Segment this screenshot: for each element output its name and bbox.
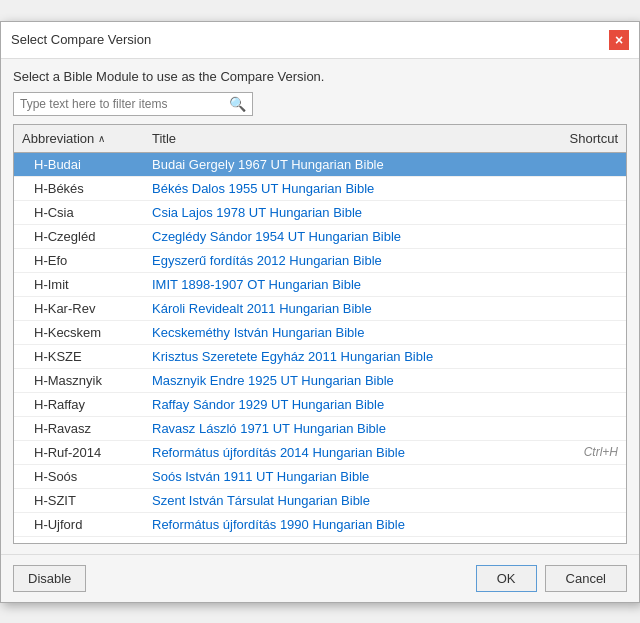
cell-title: Szent István Társulat Hungarian Bible bbox=[144, 489, 546, 512]
cell-abbr: H-Ravasz bbox=[14, 417, 144, 440]
disable-button[interactable]: Disable bbox=[13, 565, 86, 592]
table-body: H-BudaiBudai Gergely 1967 UT Hungarian B… bbox=[14, 153, 626, 543]
cell-shortcut bbox=[546, 472, 626, 480]
cell-shortcut: Ctrl+H bbox=[546, 441, 626, 463]
cell-abbr: H-SZIT bbox=[14, 489, 144, 512]
table-header: Abbreviation ∧ Title Shortcut bbox=[14, 125, 626, 153]
cell-title: Református újfordítás 2014 Hungarian Bib… bbox=[144, 441, 546, 464]
cell-title: Budai Gergely 1967 UT Hungarian Bible bbox=[144, 153, 546, 176]
cell-shortcut bbox=[546, 424, 626, 432]
cancel-button[interactable]: Cancel bbox=[545, 565, 627, 592]
table-row[interactable]: H-RavaszRavasz László 1971 UT Hungarian … bbox=[14, 417, 626, 441]
cell-title: IMIT 1898-1907 OT Hungarian Bible bbox=[144, 273, 546, 296]
col-header-shortcut[interactable]: Shortcut bbox=[546, 129, 626, 148]
table-row[interactable]: H-CsiaCsia Lajos 1978 UT Hungarian Bible bbox=[14, 201, 626, 225]
cell-shortcut bbox=[546, 352, 626, 360]
sort-arrow-icon: ∧ bbox=[98, 133, 105, 144]
cell-shortcut bbox=[546, 400, 626, 408]
table-row[interactable]: H-SoósSoós István 1911 UT Hungarian Bibl… bbox=[14, 465, 626, 489]
cell-title: Krisztus Szeretete Egyház 2011 Hungarian… bbox=[144, 345, 546, 368]
cell-shortcut bbox=[546, 304, 626, 312]
cell-title: Czeglédy Sándor 1954 UT Hungarian Bible bbox=[144, 225, 546, 248]
cell-abbr: H-Budai bbox=[14, 153, 144, 176]
cell-shortcut bbox=[546, 328, 626, 336]
table-row[interactable]: H-EfoEgyszerű fordítás 2012 Hungarian Bi… bbox=[14, 249, 626, 273]
cell-abbr: H-Ruf-2014 bbox=[14, 441, 144, 464]
table-row[interactable]: H-UjfordReformátus újfordítás 1990 Hunga… bbox=[14, 513, 626, 537]
table-row[interactable]: H-ImitIMIT 1898-1907 OT Hungarian Bible bbox=[14, 273, 626, 297]
dialog-body: Select a Bible Module to use as the Comp… bbox=[1, 59, 639, 554]
cell-title: Masznyik Endre 1925 UT Hungarian Bible bbox=[144, 369, 546, 392]
table-row[interactable]: H-RaffayRaffay Sándor 1929 UT Hungarian … bbox=[14, 393, 626, 417]
cell-title: Csia Lajos 1978 UT Hungarian Bible bbox=[144, 201, 546, 224]
footer-left: Disable bbox=[13, 565, 468, 592]
cell-title: Raffay Sándor 1929 UT Hungarian Bible bbox=[144, 393, 546, 416]
filter-input[interactable] bbox=[14, 93, 223, 115]
cell-abbr: H-Efo bbox=[14, 249, 144, 272]
cell-abbr: H-Vida bbox=[14, 537, 144, 543]
filter-container: 🔍 bbox=[13, 92, 253, 116]
cell-title: Károli Revidealt 2011 Hungarian Bible bbox=[144, 297, 546, 320]
ok-button[interactable]: OK bbox=[476, 565, 537, 592]
cell-title: Békés Dalos 1955 UT Hungarian Bible bbox=[144, 177, 546, 200]
cell-abbr: H-Kecskem bbox=[14, 321, 144, 344]
search-icon: 🔍 bbox=[223, 93, 252, 115]
cell-abbr: H-Raffay bbox=[14, 393, 144, 416]
cell-shortcut bbox=[546, 496, 626, 504]
cell-abbr: H-Békés bbox=[14, 177, 144, 200]
table-row[interactable]: H-Ruf-2014Református újfordítás 2014 Hun… bbox=[14, 441, 626, 465]
cell-title: Ravasz László 1971 UT Hungarian Bible bbox=[144, 417, 546, 440]
table-row[interactable]: H-Kar-RevKároli Revidealt 2011 Hungarian… bbox=[14, 297, 626, 321]
cell-title: Református újfordítás 1990 Hungarian Bib… bbox=[144, 513, 546, 536]
cell-shortcut bbox=[546, 160, 626, 168]
title-bar: Select Compare Version × bbox=[1, 22, 639, 59]
cell-title: Kecskeméthy István Hungarian Bible bbox=[144, 321, 546, 344]
dialog-select-compare-version: Select Compare Version × Select a Bible … bbox=[0, 21, 640, 603]
cell-shortcut bbox=[546, 256, 626, 264]
cell-shortcut bbox=[546, 376, 626, 384]
col-header-abbr[interactable]: Abbreviation ∧ bbox=[14, 129, 144, 148]
close-button[interactable]: × bbox=[609, 30, 629, 50]
cell-shortcut bbox=[546, 208, 626, 216]
table-row[interactable]: H-MasznyikMasznyik Endre 1925 UT Hungari… bbox=[14, 369, 626, 393]
table-row[interactable]: H-BékésBékés Dalos 1955 UT Hungarian Bib… bbox=[14, 177, 626, 201]
cell-shortcut bbox=[546, 184, 626, 192]
cell-abbr: H-Czegléd bbox=[14, 225, 144, 248]
cell-title: Egyszerű fordítás 2012 Hungarian Bible bbox=[144, 249, 546, 272]
table-row[interactable]: H-KecskemKecskeméthy István Hungarian Bi… bbox=[14, 321, 626, 345]
table-row[interactable]: H-SZITSzent István Társulat Hungarian Bi… bbox=[14, 489, 626, 513]
table-row[interactable]: H-KSZEKrisztus Szeretete Egyház 2011 Hun… bbox=[14, 345, 626, 369]
cell-shortcut bbox=[546, 520, 626, 528]
cell-title: Vida Sándor 1971 UT Hungarian Bible bbox=[144, 537, 546, 543]
cell-abbr: H-KSZE bbox=[14, 345, 144, 368]
table-row[interactable]: H-VidaVida Sándor 1971 UT Hungarian Bibl… bbox=[14, 537, 626, 543]
cell-abbr: H-Soós bbox=[14, 465, 144, 488]
col-header-title[interactable]: Title bbox=[144, 129, 546, 148]
cell-abbr: H-Masznyik bbox=[14, 369, 144, 392]
cell-shortcut bbox=[546, 280, 626, 288]
cell-abbr: H-Kar-Rev bbox=[14, 297, 144, 320]
cell-shortcut bbox=[546, 232, 626, 240]
dialog-title: Select Compare Version bbox=[11, 32, 151, 47]
dialog-footer: Disable OK Cancel bbox=[1, 554, 639, 602]
table-row[interactable]: H-BudaiBudai Gergely 1967 UT Hungarian B… bbox=[14, 153, 626, 177]
description-text: Select a Bible Module to use as the Comp… bbox=[13, 69, 627, 84]
cell-abbr: H-Ujford bbox=[14, 513, 144, 536]
cell-abbr: H-Imit bbox=[14, 273, 144, 296]
cell-title: Soós István 1911 UT Hungarian Bible bbox=[144, 465, 546, 488]
table-container: Abbreviation ∧ Title Shortcut H-BudaiBud… bbox=[13, 124, 627, 544]
cell-abbr: H-Csia bbox=[14, 201, 144, 224]
table-row[interactable]: H-CzeglédCzeglédy Sándor 1954 UT Hungari… bbox=[14, 225, 626, 249]
